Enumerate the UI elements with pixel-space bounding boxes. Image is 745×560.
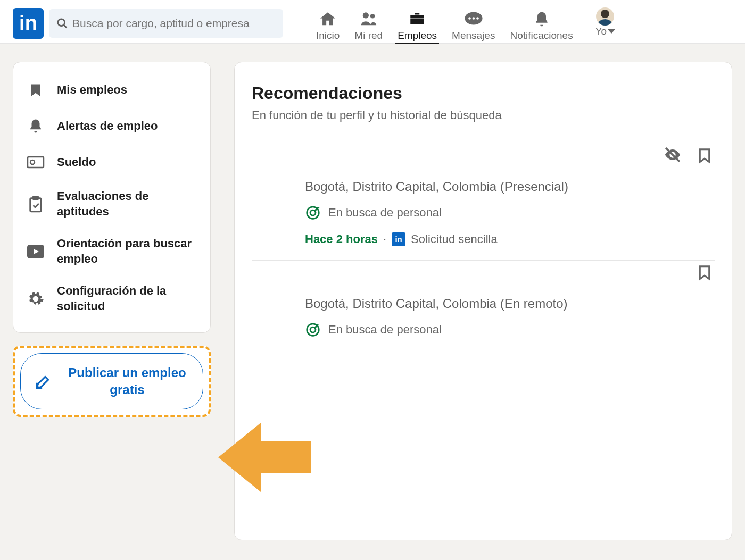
hide-job-button[interactable] (663, 146, 683, 167)
sidebar-item-label: Configuración de la solicitud (57, 283, 197, 314)
nav-messages[interactable]: Mensajes (444, 3, 502, 44)
bookmark-icon (26, 80, 45, 99)
target-icon (305, 322, 321, 338)
gear-icon (26, 289, 45, 308)
briefcase-icon (408, 10, 426, 29)
search-box[interactable] (49, 9, 283, 38)
nav-label: Notificaciones (510, 30, 573, 41)
svg-line-1 (64, 24, 67, 28)
sidebar-item-label: Evaluaciones de aptitudes (57, 189, 197, 219)
save-job-button[interactable] (697, 146, 713, 167)
bell-icon (533, 10, 550, 29)
edit-icon (35, 372, 53, 390)
sidebar-item-job-seeker-guidance[interactable]: Orientación para buscar empleo (19, 228, 205, 275)
nav-notifications[interactable]: Notificaciones (502, 3, 580, 44)
linkedin-logo[interactable]: in (13, 8, 44, 39)
hiring-status: En busca de personal (328, 206, 442, 220)
separator: · (383, 232, 386, 246)
nav-me-label: Yo (595, 26, 607, 37)
bell-icon (26, 116, 45, 136)
nav-label: Empleos (398, 30, 437, 41)
avatar (596, 7, 614, 26)
svg-point-9 (30, 160, 35, 164)
easy-apply-label: Solicitud sencilla (411, 232, 498, 246)
chevron-down-icon (608, 29, 615, 34)
sidebar-item-my-jobs[interactable]: Mis empleos (19, 72, 205, 108)
nav-me[interactable]: Yo (586, 7, 620, 39)
svg-point-5 (468, 17, 471, 20)
job-location: Bogotá, Distrito Capital, Colombia (En r… (305, 295, 656, 313)
nav-items: Inicio Mi red Empleos Mensajes Notificac… (309, 3, 581, 44)
hiring-status: En busca de personal (328, 323, 442, 337)
svg-rect-11 (33, 196, 38, 199)
post-job-highlight: Publicar un empleo gratis (13, 346, 211, 417)
sidebar-item-label: Sueldo (57, 155, 96, 170)
top-nav-bar: in Inicio Mi red Empleos Me (0, 0, 745, 44)
sidebar-item-job-alerts[interactable]: Alertas de empleo (19, 108, 205, 144)
sidebar-item-skill-assessments[interactable]: Evaluaciones de aptitudes (19, 180, 205, 228)
eye-off-icon (663, 146, 683, 164)
svg-point-7 (476, 17, 479, 20)
jobs-sidebar: Mis empleos Alertas de empleo Sueldo Eva… (13, 62, 211, 333)
nav-label: Mi red (354, 30, 383, 41)
svg-point-6 (472, 17, 475, 20)
job-card[interactable]: Bogotá, Distrito Capital, Colombia (En r… (252, 261, 715, 352)
money-icon (26, 153, 45, 172)
home-icon (319, 10, 337, 29)
nav-network[interactable]: Mi red (347, 3, 390, 44)
linkedin-badge-icon: in (392, 232, 405, 246)
search-input[interactable] (72, 17, 276, 30)
annotation-arrow-icon (218, 417, 314, 497)
nav-label: Inicio (316, 30, 340, 41)
sidebar-item-salary[interactable]: Sueldo (19, 144, 205, 180)
bookmark-icon (697, 263, 713, 282)
target-icon (305, 205, 321, 221)
post-job-button[interactable]: Publicar un empleo gratis (20, 353, 203, 410)
job-location: Bogotá, Distrito Capital, Colombia (Pres… (305, 178, 656, 196)
save-job-button[interactable] (697, 263, 713, 284)
play-icon (26, 242, 45, 261)
nav-label: Mensajes (452, 30, 495, 41)
svg-point-0 (58, 19, 65, 26)
job-card[interactable]: Bogotá, Distrito Capital, Colombia (Pres… (252, 144, 715, 261)
clipboard-check-icon (26, 195, 45, 214)
nav-jobs[interactable]: Empleos (390, 3, 444, 44)
svg-point-3 (370, 14, 375, 18)
svg-rect-10 (30, 198, 42, 211)
time-posted: Hace 2 horas (305, 232, 378, 246)
sidebar-item-label: Alertas de empleo (57, 119, 158, 134)
sidebar-item-application-settings[interactable]: Configuración de la solicitud (19, 275, 205, 322)
message-icon (464, 10, 483, 29)
page-subtitle: En función de tu perfil y tu historial d… (252, 108, 715, 122)
svg-point-2 (362, 12, 368, 18)
people-icon (360, 10, 378, 29)
bookmark-icon (697, 146, 713, 165)
post-job-label: Publicar un empleo gratis (65, 364, 189, 399)
search-icon (56, 18, 68, 29)
page-title: Recomendaciones (252, 83, 715, 103)
sidebar-item-label: Mis empleos (57, 82, 127, 98)
sidebar-item-label: Orientación para buscar empleo (57, 236, 197, 266)
nav-home[interactable]: Inicio (309, 3, 347, 44)
